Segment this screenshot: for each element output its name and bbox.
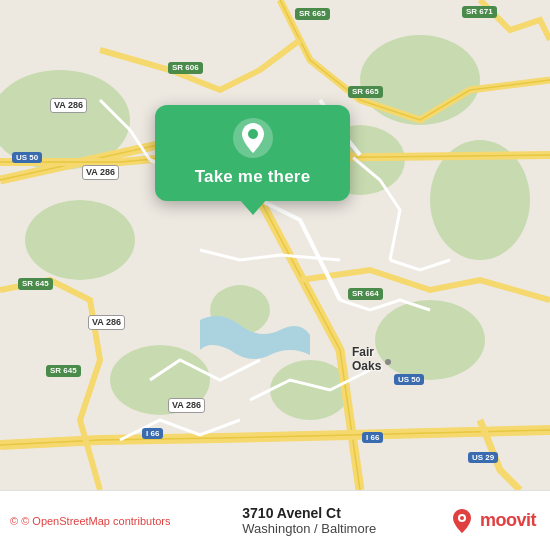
moovit-brand-name: moovit <box>480 510 536 531</box>
road-label-us50-right: US 50 <box>394 374 424 385</box>
attribution-symbol: © <box>10 515 18 527</box>
fair-oaks-label: FairOaks <box>352 345 381 373</box>
svg-point-3 <box>360 35 480 125</box>
road-label-va286-mid: VA 286 <box>82 165 119 180</box>
take-me-there-button[interactable]: Take me there <box>195 167 311 187</box>
popup-card[interactable]: Take me there <box>155 105 350 201</box>
road-label-us29: US 29 <box>468 452 498 463</box>
road-label-sr665-top: SR 665 <box>295 8 330 20</box>
attribution: © © OpenStreetMap contributors <box>10 515 171 527</box>
road-label-va286-top: VA 286 <box>50 98 87 113</box>
moovit-logo: moovit <box>448 507 536 535</box>
address-street: 3710 Avenel Ct <box>242 505 341 521</box>
location-pin-icon <box>232 117 274 159</box>
road-label-va286-low: VA 286 <box>88 315 125 330</box>
attribution-text: © OpenStreetMap contributors <box>21 515 170 527</box>
road-label-sr645-left: SR 645 <box>18 278 53 290</box>
road-label-va286-bot: VA 286 <box>168 398 205 413</box>
svg-point-16 <box>460 516 464 520</box>
road-label-sr645-low: SR 645 <box>46 365 81 377</box>
svg-point-5 <box>375 300 485 380</box>
road-label-us50-left: US 50 <box>12 152 42 163</box>
road-label-sr664: SR 664 <box>348 288 383 300</box>
svg-point-6 <box>270 360 350 420</box>
road-label-i66-right: I 66 <box>362 432 383 443</box>
road-label-sr606: SR 606 <box>168 62 203 74</box>
moovit-logo-icon <box>448 507 476 535</box>
svg-point-14 <box>248 129 258 139</box>
map-container: SR 665 SR 671 SR 606 SR 665 VA 286 US 50… <box>0 0 550 490</box>
svg-point-12 <box>385 359 391 365</box>
address-city: Washington / Baltimore <box>242 521 376 536</box>
address-block: 3710 Avenel Ct Washington / Baltimore <box>242 505 376 536</box>
road-label-i66-left: I 66 <box>142 428 163 439</box>
road-label-sr671: SR 671 <box>462 6 497 18</box>
bottom-bar: © © OpenStreetMap contributors 3710 Aven… <box>0 490 550 550</box>
road-label-sr665-mid: SR 665 <box>348 86 383 98</box>
svg-point-2 <box>25 200 135 280</box>
